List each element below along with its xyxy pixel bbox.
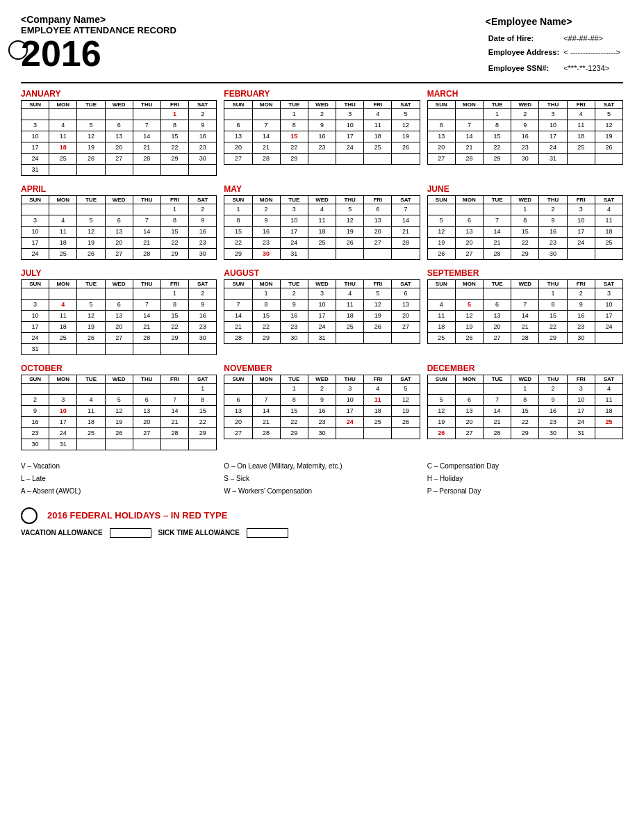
cal-row: 24252627282930 [22, 248, 217, 259]
cal-cell: 31 [567, 427, 595, 439]
day-header-tue: TUE [484, 100, 511, 108]
day-header-fri: FRI [567, 279, 595, 288]
cal-row: 567891011 [427, 215, 622, 226]
cal-cell: 1 [160, 288, 188, 299]
cal-cell: 9 [280, 299, 308, 310]
cal-cell: 12 [77, 131, 105, 142]
day-header-fri: FRI [567, 100, 595, 108]
cal-cell: 13 [455, 226, 483, 237]
cal-cell: 26 [77, 153, 105, 164]
day-header-wed: WED [308, 195, 336, 204]
cal-cell: 19 [77, 237, 105, 248]
cal-cell: 30 [539, 248, 567, 259]
day-header-thu: THU [336, 195, 364, 204]
cal-row: 12131415161718 [427, 226, 622, 237]
cal-cell [105, 204, 133, 215]
cal-table-july: SUNMONTUEWEDTHUFRISAT1234567891011121314… [21, 279, 217, 355]
month-name-july: JULY [21, 268, 217, 278]
cal-cell: 27 [484, 332, 511, 343]
day-header-sat: SAT [189, 100, 217, 108]
cal-cell: 11 [49, 310, 77, 321]
cal-cell: 28 [252, 153, 280, 164]
circle-mark-bottom [21, 507, 38, 524]
cal-cell [336, 332, 364, 343]
cal-cell: 28 [511, 332, 539, 343]
cal-cell: 15 [280, 131, 308, 142]
cal-cell: 21 [252, 416, 280, 427]
cal-cell: 2 [189, 288, 217, 299]
cal-cell: 4 [364, 383, 392, 394]
cal-cell: 16 [539, 405, 567, 416]
cal-cell [105, 383, 133, 394]
day-header-thu: THU [133, 375, 160, 383]
day-header-wed: WED [511, 279, 539, 288]
cal-cell [427, 383, 455, 394]
cal-row: 20212223242526 [224, 416, 420, 427]
cal-cell: 5 [364, 288, 392, 299]
cal-cell: 19 [392, 405, 420, 416]
cal-cell: 18 [364, 131, 392, 142]
cal-row: 3456789 [22, 215, 217, 226]
cal-cell: 6 [455, 394, 483, 405]
cal-cell: 21 [455, 142, 483, 153]
cal-cell: 23 [567, 321, 595, 332]
cal-cell: 12 [427, 226, 455, 237]
cal-cell: 6 [455, 215, 483, 226]
cal-cell [22, 288, 49, 299]
cal-cell: 8 [252, 299, 280, 310]
cal-table-october: SUNMONTUEWEDTHUFRISAT1234567891011121314… [21, 375, 217, 450]
cal-cell: 3 [280, 204, 308, 215]
day-header-tue: TUE [77, 100, 105, 108]
cal-cell: 7 [252, 120, 280, 131]
cal-row: 24252627282930 [22, 153, 217, 164]
cal-cell: 21 [133, 237, 160, 248]
day-header-mon: MON [455, 195, 483, 204]
cal-cell [364, 427, 392, 439]
cal-cell [77, 439, 105, 450]
day-header-tue: TUE [280, 195, 308, 204]
cal-cell: 21 [511, 321, 539, 332]
cal-cell: 7 [511, 299, 539, 310]
cal-cell: 18 [336, 310, 364, 321]
cal-cell: 29 [189, 427, 217, 439]
cal-cell [77, 164, 105, 175]
cal-cell: 7 [160, 394, 188, 405]
cal-cell: 10 [567, 394, 595, 405]
cal-cell: 30 [189, 332, 217, 343]
cal-cell: 9 [539, 215, 567, 226]
cal-cell: 27 [105, 248, 133, 259]
cal-cell: 11 [77, 405, 105, 416]
cal-cell: 29 [280, 427, 308, 439]
cal-row: 18192021222324 [427, 321, 622, 332]
cal-cell: 8 [511, 215, 539, 226]
cal-cell: 23 [539, 237, 567, 248]
cal-row: 10111213141516 [22, 310, 217, 321]
cal-cell: 30 [567, 332, 595, 343]
cal-cell [160, 383, 188, 394]
day-header-tue: TUE [280, 375, 308, 383]
cal-cell: 4 [595, 383, 622, 394]
cal-cell: 8 [160, 299, 188, 310]
cal-cell: 24 [22, 332, 49, 343]
cal-cell [189, 439, 217, 450]
cal-cell: 16 [252, 226, 280, 237]
cal-cell: 3 [567, 383, 595, 394]
month-block-february: FEBRUARYSUNMONTUEWEDTHUFRISAT12345678910… [224, 89, 420, 176]
cal-cell: 16 [308, 131, 336, 142]
cal-row: 12345 [224, 108, 420, 120]
cal-cell: 5 [427, 215, 455, 226]
cal-cell: 25 [364, 142, 392, 153]
cal-cell [364, 248, 392, 259]
cal-cell: 23 [189, 321, 217, 332]
day-header-mon: MON [49, 375, 77, 383]
cal-cell: 2 [567, 288, 595, 299]
cal-cell [22, 204, 49, 215]
cal-cell [595, 427, 622, 439]
cal-row: 17181920212223 [22, 142, 217, 153]
cal-cell: 14 [224, 310, 252, 321]
cal-cell: 25 [427, 332, 455, 343]
cal-cell [364, 332, 392, 343]
day-header-sat: SAT [392, 195, 420, 204]
day-header-fri: FRI [160, 279, 188, 288]
cal-row: 16171819202122 [22, 416, 217, 427]
